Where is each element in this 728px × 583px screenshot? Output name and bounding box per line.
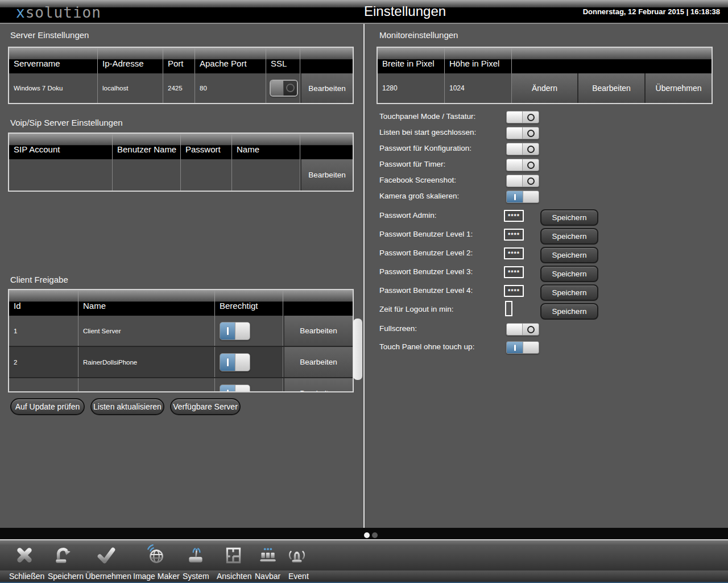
title-bar: xsolution Einstellungen Donnerstag, 12 F…: [0, 0, 728, 24]
floorplan-icon[interactable]: [222, 544, 244, 566]
check-icon[interactable]: [96, 544, 117, 566]
available-servers-button[interactable]: Verfügbare Server: [170, 398, 241, 415]
client-table: Id Name Berechtigt 1 Client Server Bearb…: [8, 289, 354, 392]
passwort-timer-toggle[interactable]: [506, 159, 539, 171]
passwort-level4-field[interactable]: [504, 285, 524, 297]
monitor-edit-button[interactable]: Bearbeiten: [578, 73, 644, 103]
monitor-apply-button[interactable]: Übernehmen: [646, 73, 712, 103]
passwort-level2-field[interactable]: [504, 247, 524, 259]
monitor-change-button[interactable]: Ändern: [512, 73, 577, 103]
server-edit-button[interactable]: Bearbeiten: [300, 73, 353, 103]
server-table-row: Windows 7 Doku localhost 2425 80 Bearbei…: [9, 73, 353, 103]
facebook-screenshot-toggle[interactable]: [506, 175, 539, 187]
passwort-admin-save-button[interactable]: Speichern: [540, 209, 598, 226]
cell-berechtigt: [215, 378, 283, 392]
save-icon[interactable]: [52, 544, 73, 566]
passwort-level4-label: Passwort Benutzer Level 4:: [379, 286, 473, 295]
refresh-lists-button[interactable]: Listen aktualisieren: [90, 398, 164, 415]
client-edit-button-1[interactable]: Bearbeiten: [283, 316, 353, 346]
passwort-level2-label: Passwort Benutzer Level 2:: [379, 249, 473, 257]
siren-icon[interactable]: [286, 544, 308, 566]
touch-ohne-up-label: Touch Panel ohne touch up:: [379, 342, 474, 351]
client-edit-button-3[interactable]: Bearbeiten: [283, 378, 353, 392]
globe-icon[interactable]: [145, 544, 167, 566]
cell-passwort: [181, 159, 232, 191]
passwort-level3-field[interactable]: [504, 266, 524, 278]
berechtigt-toggle-2[interactable]: [220, 353, 250, 371]
app-logo: xsolution: [16, 4, 101, 21]
client-table-header: Id Name Berechtigt: [9, 290, 353, 316]
passwort-level3-save-button[interactable]: Speichern: [540, 266, 598, 282]
logout-zeit-save-button[interactable]: Speichern: [540, 303, 598, 320]
voip-table-header: SIP Account Benutzer Name Passwort Name: [9, 134, 353, 159]
touch-ohne-up-toggle[interactable]: [506, 341, 539, 354]
client-table-scrollbar[interactable]: [353, 319, 362, 380]
col-name: Name: [232, 134, 300, 159]
passwort-konfiguration-toggle[interactable]: [506, 143, 539, 155]
page-title: Einstellungen: [364, 3, 446, 19]
router-icon[interactable]: [185, 544, 206, 566]
page-indicator-dot-inactive[interactable]: [372, 532, 378, 538]
navbar-icon[interactable]: [257, 544, 278, 566]
passwort-level1-field[interactable]: [504, 229, 524, 241]
col-breite: Breite in Pixel: [378, 48, 445, 73]
fullscreen-label: Fullscreen:: [379, 324, 417, 333]
col-servername: Servername: [9, 48, 98, 73]
voip-edit-button[interactable]: Bearbeiten: [300, 159, 353, 191]
col-port: Port: [163, 48, 195, 73]
passwort-level1-save-button[interactable]: Speichern: [540, 228, 598, 245]
touchpanel-mode-label: Touchpanel Mode / Tastatur:: [379, 112, 475, 121]
col-actions: [283, 290, 353, 316]
passwort-admin-field[interactable]: [504, 210, 524, 222]
page-indicator-dot-active[interactable]: [364, 532, 370, 538]
passwort-level1-label: Passwort Benutzer Level 1:: [379, 230, 473, 238]
listen-geschlossen-toggle[interactable]: [506, 127, 539, 139]
fullscreen-toggle[interactable]: [506, 323, 539, 336]
cell-name: Client Server: [78, 316, 215, 346]
client-edit-button-2[interactable]: Bearbeiten: [283, 347, 353, 377]
cell-name: Client: [78, 378, 215, 392]
toolbar-label-image-maker[interactable]: Image Maker: [133, 572, 180, 581]
col-apache-port: Apache Port: [195, 48, 266, 73]
ssl-toggle[interactable]: [270, 80, 298, 97]
col-passwort: Passwort: [181, 134, 232, 159]
passwort-level2-save-button[interactable]: Speichern: [540, 247, 598, 263]
col-ip-adresse: Ip-Adresse: [98, 48, 163, 73]
toggle-off-ring-icon: [527, 177, 535, 185]
toggle-off-ring-icon: [527, 162, 535, 169]
toggle-off-ring-icon: [527, 326, 535, 333]
cell-benutzer-name: [113, 159, 181, 191]
cell-name: [232, 159, 300, 191]
toolbar-label-navbar[interactable]: Navbar: [255, 572, 280, 581]
monitor-table: Breite in Pixel Höhe in Pixel 1280 1024 …: [377, 47, 713, 104]
toggle-off-ring-icon: [286, 84, 295, 92]
toolbar-label-schliessen[interactable]: Schließen: [9, 572, 44, 581]
datetime-display: Donnerstag, 12 Februar 2015 | 16:18:38: [583, 7, 720, 16]
berechtigt-toggle-1[interactable]: [220, 322, 250, 340]
passwort-level4-save-button[interactable]: Speichern: [540, 284, 598, 301]
toolbar-label-uebernehmen[interactable]: Übernehmen: [85, 572, 131, 581]
cell-ip-adresse: localhost: [98, 73, 163, 103]
check-update-button[interactable]: Auf Update prüfen: [10, 398, 85, 415]
server-section-heading: Server Einstellungen: [10, 30, 89, 40]
toolbar-label-system[interactable]: System: [183, 572, 209, 581]
logout-zeit-label: Zeit für Logout in min:: [379, 305, 454, 313]
passwort-level3-label: Passwort Benutzer Level 3:: [379, 267, 473, 276]
toggle-off-ring-icon: [527, 114, 535, 121]
kamera-skalieren-label: Kamera groß skalieren:: [379, 192, 459, 200]
toolbar-label-ansichten[interactable]: Ansichten: [217, 572, 251, 581]
server-table-header: Servername Ip-Adresse Port Apache Port S…: [9, 48, 353, 73]
toolbar-label-speichern[interactable]: Speichern: [48, 572, 84, 581]
cell-servername: Windows 7 Doku: [9, 73, 98, 103]
cell-sip-account: [9, 159, 113, 191]
client-row-2: 2 RainerDollsiPhone Bearbeiten: [9, 347, 353, 377]
logout-zeit-field[interactable]: [505, 301, 512, 316]
passwort-timer-label: Passwort für Timer:: [379, 160, 445, 168]
berechtigt-toggle-3[interactable]: [220, 384, 250, 393]
cell-port: 2425: [163, 73, 195, 103]
kamera-skalieren-toggle[interactable]: [506, 191, 539, 203]
toolbar-label-event[interactable]: Event: [288, 572, 309, 581]
touchpanel-mode-toggle[interactable]: [506, 111, 539, 123]
close-icon[interactable]: [14, 544, 35, 566]
column-divider: [363, 24, 365, 528]
